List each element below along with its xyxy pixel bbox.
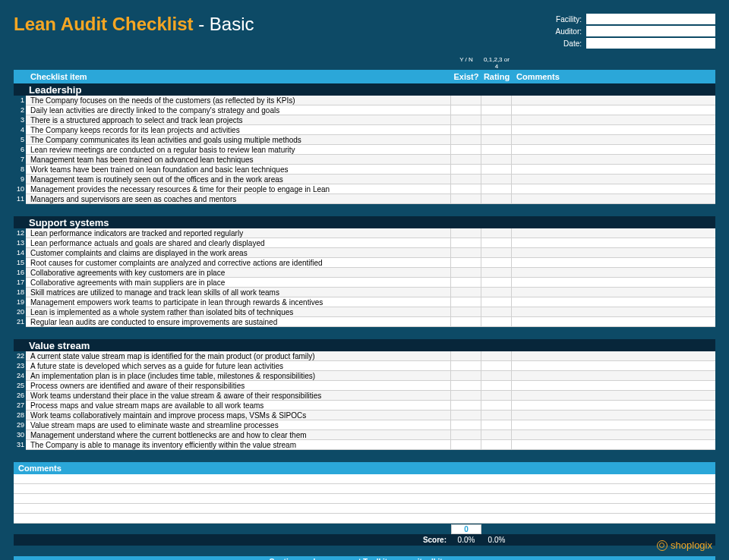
row-exist-cell[interactable]: [451, 105, 481, 115]
row-exist-cell[interactable]: [451, 317, 481, 327]
row-exist-cell[interactable]: [451, 115, 481, 125]
row-exist-cell[interactable]: [451, 145, 481, 155]
comment-line[interactable]: [14, 504, 715, 514]
row-exist-cell[interactable]: [451, 307, 481, 317]
comment-line[interactable]: [14, 484, 715, 494]
row-rating-cell[interactable]: [481, 105, 512, 115]
row-comments-cell[interactable]: [512, 430, 715, 440]
row-comments-cell[interactable]: [512, 411, 715, 420]
row-exist-cell[interactable]: [451, 184, 481, 194]
row-comments-cell[interactable]: [512, 194, 715, 204]
row-exist-cell[interactable]: [451, 278, 481, 288]
row-exist-cell[interactable]: [451, 371, 481, 381]
row-comments-cell[interactable]: [512, 115, 715, 125]
row-comments-cell[interactable]: [512, 268, 715, 278]
row-rating-cell[interactable]: [481, 391, 512, 401]
row-comments-cell[interactable]: [512, 248, 715, 258]
row-rating-cell[interactable]: [481, 135, 512, 145]
row-rating-cell[interactable]: [481, 371, 512, 381]
row-comments-cell[interactable]: [512, 371, 715, 381]
row-exist-cell[interactable]: [451, 411, 481, 420]
row-rating-cell[interactable]: [481, 115, 512, 125]
row-comments-cell[interactable]: [512, 184, 715, 194]
auditor-field[interactable]: [586, 26, 715, 36]
row-exist-cell[interactable]: [451, 420, 481, 430]
comment-line[interactable]: [14, 474, 715, 484]
row-rating-cell[interactable]: [481, 228, 512, 238]
row-comments-cell[interactable]: [512, 175, 715, 184]
row-rating-cell[interactable]: [481, 96, 512, 105]
row-comments-cell[interactable]: [512, 96, 715, 105]
row-comments-cell[interactable]: [512, 155, 715, 165]
row-exist-cell[interactable]: [451, 175, 481, 184]
comment-line[interactable]: [14, 494, 715, 504]
row-rating-cell[interactable]: [481, 278, 512, 288]
row-rating-cell[interactable]: [481, 440, 512, 450]
row-exist-cell[interactable]: [451, 351, 481, 361]
row-comments-cell[interactable]: [512, 391, 715, 401]
row-comments-cell[interactable]: [512, 420, 715, 430]
row-rating-cell[interactable]: [481, 351, 512, 361]
row-comments-cell[interactable]: [512, 105, 715, 115]
row-comments-cell[interactable]: [512, 307, 715, 317]
row-rating-cell[interactable]: [481, 361, 512, 371]
row-exist-cell[interactable]: [451, 361, 481, 371]
row-comments-cell[interactable]: [512, 297, 715, 307]
row-comments-cell[interactable]: [512, 165, 715, 175]
row-rating-cell[interactable]: [481, 268, 512, 278]
row-exist-cell[interactable]: [451, 258, 481, 268]
row-rating-cell[interactable]: [481, 401, 512, 411]
row-exist-cell[interactable]: [451, 391, 481, 401]
row-exist-cell[interactable]: [451, 268, 481, 278]
row-comments-cell[interactable]: [512, 258, 715, 268]
row-rating-cell[interactable]: [481, 258, 512, 268]
date-field[interactable]: [586, 38, 715, 49]
row-exist-cell[interactable]: [451, 155, 481, 165]
row-exist-cell[interactable]: [451, 430, 481, 440]
row-comments-cell[interactable]: [512, 288, 715, 297]
row-comments-cell[interactable]: [512, 440, 715, 450]
row-exist-cell[interactable]: [451, 401, 481, 411]
row-exist-cell[interactable]: [451, 248, 481, 258]
row-comments-cell[interactable]: [512, 135, 715, 145]
row-comments-cell[interactable]: [512, 351, 715, 361]
row-exist-cell[interactable]: [451, 238, 481, 248]
row-comments-cell[interactable]: [512, 401, 715, 411]
row-exist-cell[interactable]: [451, 194, 481, 204]
row-exist-cell[interactable]: [451, 297, 481, 307]
row-rating-cell[interactable]: [481, 288, 512, 297]
row-rating-cell[interactable]: [481, 194, 512, 204]
row-rating-cell[interactable]: [481, 411, 512, 420]
row-comments-cell[interactable]: [512, 238, 715, 248]
row-comments-cell[interactable]: [512, 278, 715, 288]
row-comments-cell[interactable]: [512, 145, 715, 155]
row-rating-cell[interactable]: [481, 175, 512, 184]
row-exist-cell[interactable]: [451, 96, 481, 105]
row-comments-cell[interactable]: [512, 381, 715, 391]
row-rating-cell[interactable]: [481, 165, 512, 175]
row-exist-cell[interactable]: [451, 125, 481, 135]
row-rating-cell[interactable]: [481, 125, 512, 135]
comment-line[interactable]: [14, 514, 715, 524]
row-rating-cell[interactable]: [481, 155, 512, 165]
row-rating-cell[interactable]: [481, 307, 512, 317]
row-rating-cell[interactable]: [481, 317, 512, 327]
row-exist-cell[interactable]: [451, 440, 481, 450]
row-comments-cell[interactable]: [512, 317, 715, 327]
row-comments-cell[interactable]: [512, 361, 715, 371]
row-rating-cell[interactable]: [481, 238, 512, 248]
row-rating-cell[interactable]: [481, 248, 512, 258]
row-exist-cell[interactable]: [451, 228, 481, 238]
facility-field[interactable]: [586, 14, 715, 24]
row-exist-cell[interactable]: [451, 288, 481, 297]
row-rating-cell[interactable]: [481, 381, 512, 391]
row-exist-cell[interactable]: [451, 135, 481, 145]
row-rating-cell[interactable]: [481, 297, 512, 307]
row-rating-cell[interactable]: [481, 145, 512, 155]
row-rating-cell[interactable]: [481, 430, 512, 440]
row-comments-cell[interactable]: [512, 125, 715, 135]
row-rating-cell[interactable]: [481, 420, 512, 430]
row-exist-cell[interactable]: [451, 165, 481, 175]
row-exist-cell[interactable]: [451, 381, 481, 391]
row-rating-cell[interactable]: [481, 184, 512, 194]
